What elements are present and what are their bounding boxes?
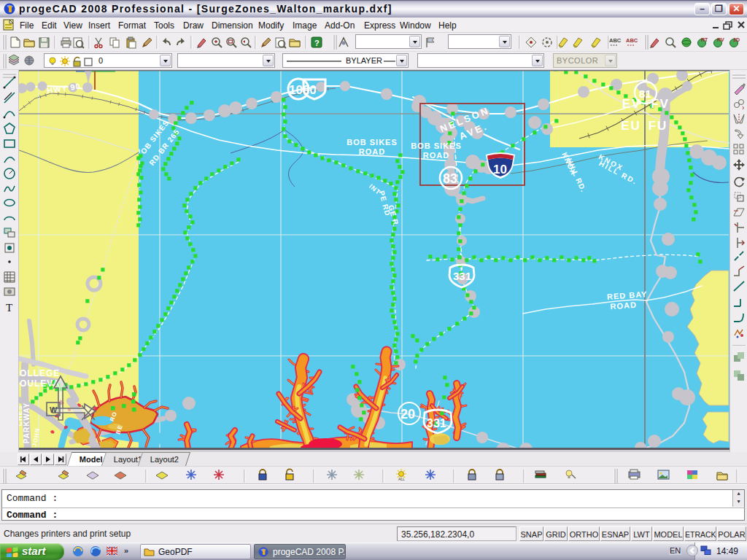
svg-text:EU: EU xyxy=(621,119,641,133)
svg-text:CHES: CHES xyxy=(19,405,23,426)
svg-text:3D: 3D xyxy=(733,37,740,42)
svg-text:T: T xyxy=(6,302,12,314)
svg-text:331: 331 xyxy=(453,270,471,282)
svg-text:OLLEGE: OLLEGE xyxy=(20,368,60,378)
svg-text:RT: RT xyxy=(701,37,708,42)
svg-text:FV: FV xyxy=(651,97,670,111)
svg-text:20: 20 xyxy=(400,407,415,421)
svg-text:331: 331 xyxy=(427,417,446,429)
svg-text:BOB SIKES: BOB SIKES xyxy=(411,141,462,150)
svg-text:ALL: ALL xyxy=(398,477,405,481)
svg-text:RV: RV xyxy=(717,37,724,42)
svg-text:1090: 1090 xyxy=(289,83,317,97)
svg-text:ABC: ABC xyxy=(626,37,638,44)
svg-text:ROAD: ROAD xyxy=(359,147,385,156)
svg-text:PARKWAY: PARKWAY xyxy=(23,402,31,443)
svg-text:ABC: ABC xyxy=(609,37,622,44)
svg-text:83: 83 xyxy=(443,171,457,186)
svg-text:10: 10 xyxy=(493,163,507,176)
svg-text:»: » xyxy=(124,546,128,555)
svg-text:FU: FU xyxy=(649,119,668,133)
svg-text:ROAD: ROAD xyxy=(610,300,637,311)
svg-text:BOB SIKES: BOB SIKES xyxy=(347,138,398,147)
svg-text:?: ? xyxy=(314,39,320,47)
svg-text:W: W xyxy=(50,405,58,414)
svg-text:ROAD: ROAD xyxy=(423,151,449,160)
svg-text:EV: EV xyxy=(622,97,642,111)
